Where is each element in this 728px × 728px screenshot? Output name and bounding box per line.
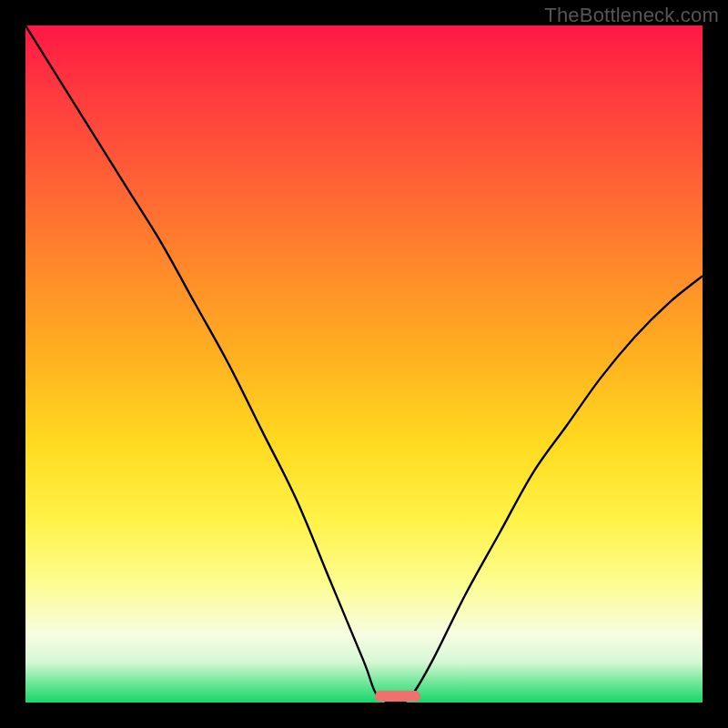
optimal-marker (375, 691, 420, 702)
watermark-text: TheBottleneck.com (544, 4, 719, 27)
plot-area (25, 25, 703, 703)
chart-frame: TheBottleneck.com (0, 0, 728, 728)
curve-svg (25, 25, 703, 703)
bottleneck-curve (25, 25, 703, 703)
